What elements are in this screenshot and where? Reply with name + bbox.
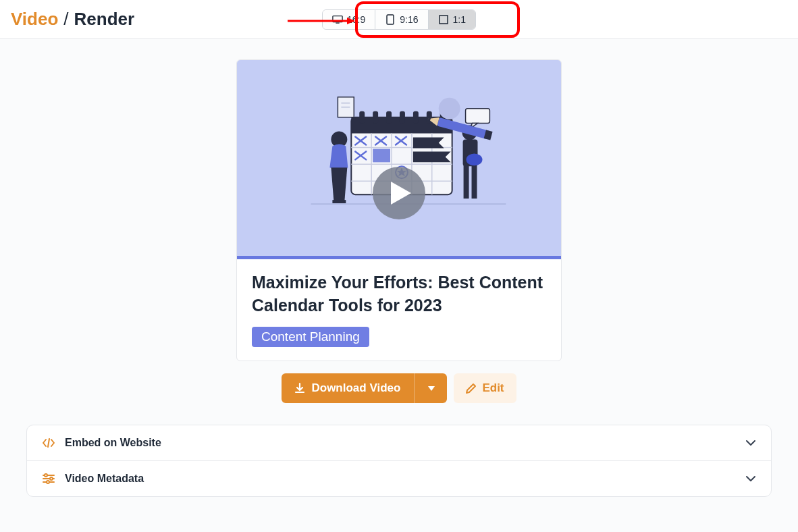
settings-accordion: Embed on Website Video Metadata [26, 425, 772, 497]
video-info-panel: Maximize Your Efforts: Best Content Cale… [237, 256, 561, 361]
svg-point-59 [50, 477, 53, 480]
main-content: Maximize Your Efforts: Best Content Cale… [0, 39, 798, 497]
edit-label: Edit [482, 381, 504, 395]
svg-rect-1 [336, 22, 339, 23]
svg-point-61 [47, 481, 49, 483]
svg-rect-12 [413, 111, 419, 124]
svg-rect-3 [440, 16, 448, 24]
button-divider [414, 373, 415, 403]
video-thumbnail[interactable] [237, 60, 561, 256]
svg-rect-42 [332, 200, 346, 203]
square-icon [438, 15, 449, 24]
ratio-label: 16:9 [347, 14, 365, 25]
svg-marker-34 [413, 151, 451, 162]
play-icon [391, 182, 411, 205]
breadcrumb-render: Render [74, 9, 135, 30]
panel-title: Embed on Website [65, 437, 161, 449]
code-icon [42, 436, 55, 450]
svg-point-51 [467, 153, 483, 165]
svg-marker-54 [428, 386, 435, 391]
svg-rect-46 [472, 165, 477, 198]
download-icon [294, 382, 306, 394]
svg-point-57 [45, 474, 47, 477]
video-metadata-panel[interactable]: Video Metadata [27, 460, 771, 496]
breadcrumb-separator: / [63, 9, 68, 30]
svg-rect-10 [386, 111, 392, 124]
svg-rect-8 [359, 111, 365, 124]
ratio-label: 1:1 [453, 14, 466, 25]
edit-button[interactable]: Edit [454, 373, 516, 403]
action-bar: Download Video Edit [282, 373, 516, 403]
phone-icon [385, 15, 396, 24]
thumbnail-illustration [237, 60, 561, 255]
ratio-label: 9:16 [400, 14, 418, 25]
svg-marker-53 [391, 182, 411, 205]
chevron-down-icon [745, 437, 756, 449]
svg-rect-9 [373, 111, 378, 124]
svg-rect-32 [373, 149, 390, 162]
aspect-ratio-switcher: 16:9 9:16 1:1 [322, 9, 476, 30]
sliders-icon [42, 472, 55, 485]
ratio-9-16-button[interactable]: 9:16 [375, 10, 428, 29]
breadcrumb: Video / Render [11, 9, 134, 30]
play-button[interactable] [373, 167, 425, 219]
caret-down-icon [428, 386, 435, 392]
download-label: Download Video [311, 381, 400, 395]
panel-title: Video Metadata [65, 473, 144, 485]
breadcrumb-video[interactable]: Video [11, 9, 58, 30]
svg-rect-39 [466, 109, 490, 124]
svg-line-55 [48, 439, 49, 447]
svg-rect-2 [387, 15, 394, 24]
download-dropdown-toggle[interactable] [420, 381, 435, 395]
download-video-button[interactable]: Download Video [282, 373, 447, 403]
video-category-tag[interactable]: Content Planning [252, 327, 369, 347]
svg-rect-11 [400, 111, 405, 124]
app-header: Video / Render 16:9 9:16 1:1 [0, 0, 798, 39]
ratio-16-9-button[interactable]: 16:9 [323, 10, 375, 29]
embed-on-website-panel[interactable]: Embed on Website [27, 425, 771, 460]
svg-rect-0 [333, 16, 342, 22]
video-title: Maximize Your Efforts: Best Content Cale… [252, 271, 546, 317]
svg-rect-45 [464, 165, 469, 198]
monitor-icon [332, 15, 343, 24]
pencil-icon [466, 383, 477, 394]
ratio-1-1-button[interactable]: 1:1 [429, 10, 475, 29]
svg-point-38 [439, 98, 460, 119]
chevron-down-icon [745, 473, 756, 485]
svg-rect-13 [427, 111, 432, 124]
video-preview-card: Maximize Your Efforts: Best Content Cale… [236, 59, 562, 361]
